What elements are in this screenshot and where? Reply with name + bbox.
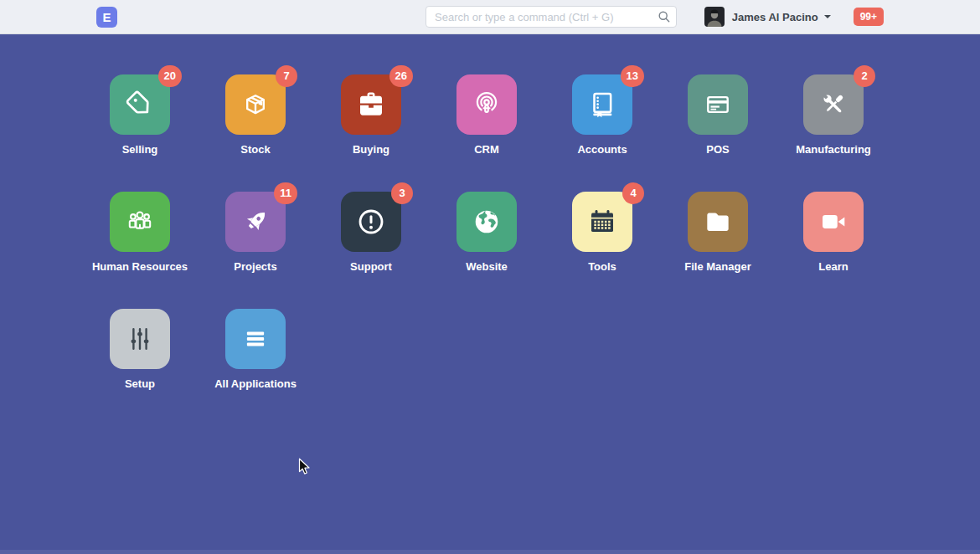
notification-count-badge: 7: [276, 65, 297, 87]
notification-count-badge: 11: [274, 182, 297, 204]
app-button-learn[interactable]: [803, 192, 864, 252]
navbar-container: E James Al Pacino: [96, 0, 884, 33]
app-label-buying: Buying: [353, 143, 389, 156]
tag-icon: [124, 89, 156, 121]
search-icon[interactable]: [658, 10, 671, 23]
app-tile-all-applications: All Applications: [225, 309, 341, 426]
app-tile-pos: POS: [688, 74, 803, 192]
app-tile-learn: Learn: [803, 192, 919, 309]
chevron-down-icon: [824, 15, 831, 18]
box-icon: [240, 89, 271, 121]
app-button-setup[interactable]: [110, 309, 170, 369]
app-tile-stock: 7 Stock: [225, 74, 341, 192]
app-label-support: Support: [350, 260, 392, 273]
app-tile-crm: CRM: [456, 74, 572, 192]
app-button-manufacturing[interactable]: 2: [803, 74, 864, 135]
app-label-manufacturing: Manufacturing: [796, 143, 871, 156]
search-bar: [426, 6, 677, 28]
credit-card-icon: [702, 89, 734, 121]
book-icon: [586, 89, 618, 121]
notification-count-badge: 13: [621, 65, 644, 87]
app-label-human-resources: Human Resources: [92, 260, 188, 273]
app-logo[interactable]: E: [96, 7, 117, 28]
app-label-selling: Selling: [122, 143, 158, 156]
app-tile-selling: 20 Selling: [110, 74, 225, 192]
app-button-selling[interactable]: 20: [110, 74, 170, 135]
people-icon: [124, 206, 156, 238]
sliders-icon: [124, 323, 156, 355]
app-tile-tools: 4 Tools: [572, 192, 688, 309]
app-tile-human-resources: Human Resources: [110, 192, 225, 309]
tools-icon: [818, 89, 849, 121]
user-avatar: [704, 7, 725, 27]
app-label-stock: Stock: [240, 143, 270, 156]
app-tile-projects: 11 Projects: [225, 192, 341, 309]
app-label-tools: Tools: [588, 260, 616, 273]
video-icon: [818, 206, 849, 238]
navbar: E James Al Pacino: [0, 0, 980, 34]
app-button-file-manager[interactable]: [688, 192, 748, 252]
app-button-stock[interactable]: 7: [225, 74, 286, 135]
notification-count-badge: 20: [158, 65, 182, 87]
notification-count-badge: 3: [391, 182, 413, 204]
notifications-badge[interactable]: 99+: [854, 8, 884, 26]
search-input[interactable]: [426, 6, 677, 28]
app-button-pos[interactable]: [688, 74, 748, 135]
app-button-accounts[interactable]: 13: [572, 74, 632, 135]
app-tile-setup: Setup: [110, 309, 225, 426]
notification-count-badge: 2: [854, 65, 875, 87]
bottom-strip: [0, 550, 980, 554]
app-label-file-manager: File Manager: [684, 260, 750, 273]
app-tile-manufacturing: 2 Manufacturing: [803, 74, 919, 192]
briefcase-icon: [355, 89, 387, 121]
app-label-crm: CRM: [474, 143, 499, 156]
calendar-icon: [586, 206, 618, 238]
broadcast-icon: [471, 89, 503, 121]
notification-count-badge: 26: [389, 65, 413, 87]
app-button-human-resources[interactable]: [110, 192, 170, 252]
app-button-tools[interactable]: 4: [572, 192, 632, 252]
user-name: James Al Pacino: [732, 11, 818, 23]
notification-count-badge: 4: [622, 182, 644, 204]
globe-icon: [471, 206, 503, 238]
app-label-accounts: Accounts: [577, 143, 627, 156]
app-label-setup: Setup: [125, 377, 155, 390]
navbar-right: James Al Pacino 99+: [704, 7, 884, 27]
app-tile-buying: 26 Buying: [341, 74, 456, 192]
folder-icon: [702, 206, 734, 238]
app-button-support[interactable]: 3: [341, 192, 401, 252]
app-button-website[interactable]: [456, 192, 517, 252]
app-tile-support: 3 Support: [341, 192, 456, 309]
user-menu[interactable]: James Al Pacino: [704, 7, 831, 27]
app-button-projects[interactable]: 11: [225, 192, 286, 252]
app-button-buying[interactable]: 26: [341, 74, 401, 135]
issue-icon: [355, 206, 387, 238]
app-label-all-applications: All Applications: [214, 377, 297, 390]
menu-icon: [240, 323, 271, 355]
app-label-website: Website: [466, 260, 508, 273]
app-button-all-applications[interactable]: [225, 309, 286, 369]
app-tile-accounts: 13 Accounts: [572, 74, 688, 192]
app-button-crm[interactable]: [456, 74, 517, 135]
app-tile-file-manager: File Manager: [688, 192, 803, 309]
app-label-projects: Projects: [234, 260, 276, 273]
app-label-pos: POS: [706, 143, 729, 156]
app-label-learn: Learn: [818, 260, 848, 273]
app-tile-website: Website: [456, 192, 572, 309]
app-grid: 20 Selling 7 Stock 26 Buying CRM 13 Acco…: [110, 33, 919, 426]
desktop: 20 Selling 7 Stock 26 Buying CRM 13 Acco…: [0, 33, 980, 554]
rocket-icon: [240, 206, 271, 238]
